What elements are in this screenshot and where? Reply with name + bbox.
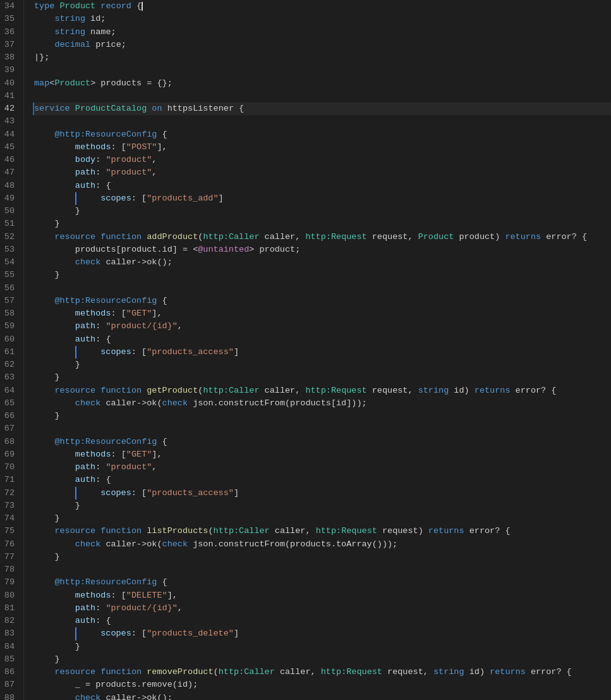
- ln-82: 82: [0, 615, 18, 627]
- ln-83: 83: [0, 627, 18, 640]
- ln-85: 85: [0, 653, 18, 666]
- code-line-85: }: [34, 653, 611, 666]
- code-line-48: auth: {: [34, 180, 611, 192]
- code-line-83: scopes: ["products_delete"]: [34, 627, 611, 640]
- code-line-38: |};: [34, 51, 611, 64]
- code-line-60: auth: {: [34, 333, 611, 346]
- code-line-36: string name;: [34, 26, 611, 39]
- ln-47: 47: [0, 166, 18, 179]
- code-line-41: [34, 90, 611, 102]
- ln-67: 67: [0, 422, 18, 435]
- ln-69: 69: [0, 448, 18, 461]
- ln-63: 63: [0, 371, 18, 384]
- ln-40: 40: [0, 77, 18, 90]
- code-line-70: path: "product",: [34, 461, 611, 474]
- ln-34: 34: [0, 0, 18, 13]
- ln-53: 53: [0, 243, 18, 256]
- code-line-78: [34, 563, 611, 576]
- code-line-61: scopes: ["products_access"]: [34, 346, 611, 359]
- ln-41: 41: [0, 90, 18, 102]
- ln-72: 72: [0, 487, 18, 500]
- ln-70: 70: [0, 461, 18, 474]
- code-line-43: [34, 115, 611, 128]
- ln-54: 54: [0, 256, 18, 269]
- ln-43: 43: [0, 115, 18, 128]
- code-line-40: map<Product> products = {};: [34, 77, 611, 90]
- ln-68: 68: [0, 436, 18, 448]
- ln-55: 55: [0, 269, 18, 281]
- code-line-76: check caller->ok(check json.constructFro…: [34, 538, 611, 551]
- ln-59: 59: [0, 320, 18, 333]
- code-line-44: @http:ResourceConfig {: [34, 128, 611, 141]
- ln-50: 50: [0, 205, 18, 218]
- ln-36: 36: [0, 26, 18, 39]
- code-line-47: path: "product",: [34, 166, 611, 179]
- code-editor[interactable]: 34 35 36 37 38 39 40 41 42 43 44 45 46 4…: [0, 0, 611, 700]
- code-line-34: type Product record {: [34, 0, 611, 13]
- code-line-53: products[product.id] = <@untainted> prod…: [34, 243, 611, 256]
- ln-62: 62: [0, 359, 18, 371]
- ln-46: 46: [0, 154, 18, 166]
- code-line-63: }: [34, 371, 611, 384]
- code-line-62: }: [34, 359, 611, 371]
- code-line-54: check caller->ok();: [34, 256, 611, 269]
- ln-57: 57: [0, 295, 18, 307]
- code-line-88: check caller->ok();: [34, 692, 611, 701]
- code-line-73: }: [34, 500, 611, 512]
- ln-61: 61: [0, 346, 18, 359]
- ln-79: 79: [0, 576, 18, 589]
- code-line-82: auth: {: [34, 615, 611, 627]
- ln-86: 86: [0, 666, 18, 679]
- code-line-67: [34, 422, 611, 435]
- code-line-69: methods: ["GET"],: [34, 448, 611, 461]
- code-line-81: path: "product/{id}",: [34, 602, 611, 615]
- code-line-37: decimal price;: [34, 39, 611, 51]
- code-line-35: string id;: [34, 13, 611, 25]
- code-line-59: path: "product/{id}",: [34, 320, 611, 333]
- ln-75: 75: [0, 525, 18, 537]
- ln-48: 48: [0, 180, 18, 192]
- ln-87: 87: [0, 679, 18, 691]
- ln-44: 44: [0, 128, 18, 141]
- code-content[interactable]: type Product record { string id; string …: [24, 0, 611, 700]
- ln-35: 35: [0, 13, 18, 25]
- ln-88: 88: [0, 692, 18, 701]
- code-line-71: auth: {: [34, 474, 611, 486]
- ln-73: 73: [0, 500, 18, 512]
- code-line-68: @http:ResourceConfig {: [34, 436, 611, 448]
- code-line-64: resource function getProduct(http:Caller…: [34, 384, 611, 397]
- code-line-57: @http:ResourceConfig {: [34, 295, 611, 307]
- code-line-75: resource function listProducts(http:Call…: [34, 525, 611, 537]
- code-line-49: scopes: ["products_add"]: [34, 192, 611, 205]
- ln-77: 77: [0, 551, 18, 563]
- code-line-86: resource function removeProduct(http:Cal…: [34, 666, 611, 679]
- code-line-45: methods: ["POST"],: [34, 141, 611, 154]
- code-line-55: }: [34, 269, 611, 281]
- code-line-50: }: [34, 205, 611, 218]
- code-line-72: scopes: ["products_access"]: [34, 487, 611, 500]
- ln-71: 71: [0, 474, 18, 486]
- line-numbers: 34 35 36 37 38 39 40 41 42 43 44 45 46 4…: [0, 0, 24, 700]
- ln-80: 80: [0, 589, 18, 602]
- code-line-84: }: [34, 641, 611, 653]
- code-line-65: check caller->ok(check json.constructFro…: [34, 397, 611, 410]
- code-line-56: [34, 282, 611, 295]
- code-line-51: }: [34, 218, 611, 230]
- ln-74: 74: [0, 512, 18, 525]
- code-line-58: methods: ["GET"],: [34, 307, 611, 320]
- ln-39: 39: [0, 64, 18, 77]
- ln-51: 51: [0, 218, 18, 230]
- code-line-52: resource function addProduct(http:Caller…: [34, 231, 611, 243]
- code-line-77: }: [34, 551, 611, 563]
- ln-78: 78: [0, 563, 18, 576]
- ln-81: 81: [0, 602, 18, 615]
- ln-38: 38: [0, 51, 18, 64]
- ln-56: 56: [0, 282, 18, 295]
- ln-58: 58: [0, 307, 18, 320]
- ln-64: 64: [0, 384, 18, 397]
- code-line-87: _ = products.remove(id);: [34, 679, 611, 691]
- ln-49: 49: [0, 192, 18, 205]
- code-line-66: }: [34, 410, 611, 422]
- code-line-39: [34, 64, 611, 77]
- ln-84: 84: [0, 641, 18, 653]
